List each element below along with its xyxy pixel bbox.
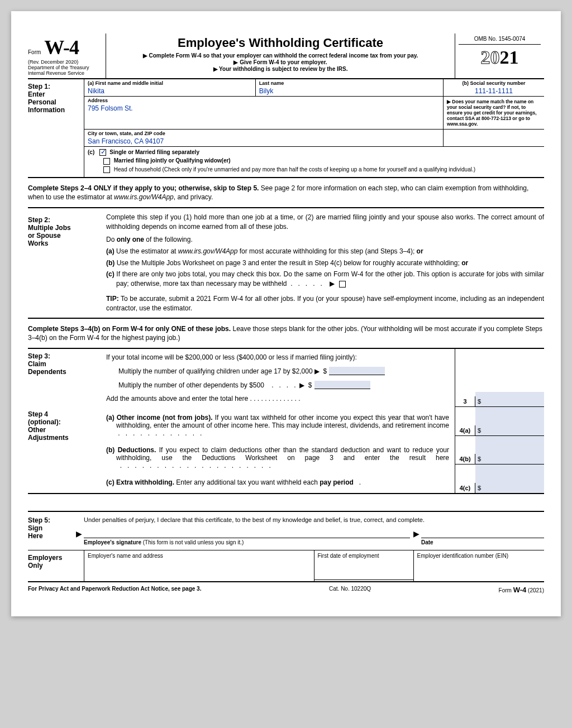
header-center: Employee's Withholding Certificate ▶ Com… bbox=[106, 33, 455, 78]
filing-hoh-label: Head of household (Check only if you're … bbox=[114, 166, 475, 173]
last-name-value: Bilyk bbox=[259, 86, 440, 95]
form-label: Form bbox=[28, 49, 41, 55]
employers-label: Employers Only bbox=[28, 550, 84, 581]
step3-qualifying-children: Multiply the number of qualifying childr… bbox=[118, 367, 449, 375]
ssn-name-note: ▶ Does your name match the name on your … bbox=[444, 97, 544, 129]
inst3: ▶ Your withholding is subject to review … bbox=[109, 66, 451, 72]
ssn-value: 111-11-1111 bbox=[447, 86, 541, 95]
inst2: ▶ Give Form W-4 to your employer. bbox=[109, 59, 451, 65]
box-3-label: 3 bbox=[455, 396, 475, 406]
checkbox-married-joint[interactable] bbox=[103, 158, 110, 165]
first-name-value: Nikita bbox=[88, 86, 252, 95]
step5-label: Step 5: Sign Here bbox=[28, 516, 84, 545]
step1-label: Step 1: Enter Personal Information bbox=[28, 79, 84, 177]
intro-steps-3-4b: Complete Steps 3–4(b) on Form W-4 for on… bbox=[28, 324, 544, 342]
step2-content: Complete this step if you (1) hold more … bbox=[106, 213, 544, 313]
signature-arrow-icon: ▶ bbox=[76, 529, 82, 538]
header-right: OMB No. 1545-0074 2021 bbox=[455, 33, 544, 78]
city-field[interactable]: City or town, state, and ZIP code San Fr… bbox=[84, 130, 444, 146]
first-date-employment-field[interactable]: First date of employment bbox=[314, 550, 413, 581]
employers-block: Employers Only Employer's name and addre… bbox=[28, 550, 544, 582]
step2-label: Step 2: Multiple Jobs or Spouse Works bbox=[28, 213, 106, 313]
footer-form-id: Form W-4 (2021) bbox=[499, 586, 544, 594]
address-field[interactable]: Address 795 Folsom St. bbox=[84, 97, 444, 129]
step3-total: Add the amounts above and enter the tota… bbox=[106, 395, 449, 403]
header-instructions: ▶ Complete Form W-4 so that your employe… bbox=[109, 52, 451, 72]
box-3-input[interactable]: $ bbox=[475, 392, 544, 406]
children-amount-input[interactable] bbox=[329, 367, 385, 375]
tax-year: 2021 bbox=[459, 47, 541, 68]
footer-cat-no: Cat. No. 10220Q bbox=[329, 586, 371, 594]
ein-field[interactable]: Employer identification number (EIN) bbox=[413, 550, 544, 581]
step5-sign-block: Step 5: Sign Here Under penalties of per… bbox=[28, 511, 544, 550]
step3-other-dependents: Multiply the number of other dependents … bbox=[118, 381, 449, 389]
city-value: San Francisco, CA 94107 bbox=[88, 136, 440, 145]
step2-option-b: (b) Use the Multiple Jobs Worksheet on p… bbox=[106, 258, 544, 268]
step1-block: Step 1: Enter Personal Information (a) F… bbox=[28, 79, 544, 178]
filing-status-block: (c) Single or Married filing separately … bbox=[84, 147, 479, 177]
header-left: Form W-4 (Rev. December 2020) Department… bbox=[28, 33, 106, 78]
department: Department of the Treasury bbox=[28, 65, 102, 70]
inst1: ▶ Complete Form W-4 so that your employe… bbox=[109, 52, 451, 59]
ssn-field[interactable]: (b) Social security number 111-11-1111 bbox=[444, 79, 544, 96]
revision: (Rev. December 2020) bbox=[28, 59, 102, 65]
filing-single-label: Single or Married filing separately bbox=[109, 149, 199, 155]
step4-b: (b) Deductions. If you expect to claim d… bbox=[106, 446, 449, 470]
checkbox-single[interactable] bbox=[99, 149, 106, 156]
omb-number: OMB No. 1545-0074 bbox=[459, 36, 541, 45]
form-title: Employee's Withholding Certificate bbox=[109, 36, 451, 50]
step4-right-boxes: 4(a) $ 4(b) $ 4(c) $ bbox=[455, 407, 544, 493]
step4-content: (a) Other income (not from jobs). If you… bbox=[106, 407, 455, 493]
step3-right-boxes: 3 $ bbox=[455, 349, 544, 407]
filing-married-label: Married filing jointly or Qualifying wid… bbox=[114, 157, 231, 164]
step2-block: Step 2: Multiple Jobs or Spouse Works Co… bbox=[28, 208, 544, 318]
perjury-declaration: Under penalties of perjury, I declare th… bbox=[84, 516, 544, 523]
intro-steps-2-4: Complete Steps 2–4 ONLY if they apply to… bbox=[28, 184, 544, 202]
w4-form-page: Form W-4 (Rev. December 2020) Department… bbox=[11, 11, 561, 616]
step4-label: Step 4 (optional): Other Adjustments bbox=[28, 407, 106, 493]
box-4c-input[interactable]: $ bbox=[475, 464, 544, 493]
employer-name-field[interactable]: Employer's name and address bbox=[84, 550, 314, 581]
date-field[interactable]: ▶ Date bbox=[421, 538, 544, 545]
dependents-amount-input[interactable] bbox=[314, 381, 370, 389]
step2-option-c: (c) If there are only two jobs total, yo… bbox=[106, 270, 544, 289]
date-arrow-icon: ▶ bbox=[413, 529, 420, 538]
step3-4-block: Step 3: Claim Dependents If your total i… bbox=[28, 349, 544, 494]
form-header: Form W-4 (Rev. December 2020) Department… bbox=[28, 33, 544, 79]
checkbox-two-jobs[interactable] bbox=[339, 281, 346, 288]
form-name: W-4 bbox=[44, 36, 79, 59]
footer-left: For Privacy Act and Paperwork Reduction … bbox=[28, 586, 201, 592]
first-name-field[interactable]: (a) First name and middle initial Nikita bbox=[84, 79, 256, 96]
step4-c: (c) Extra withholding. Enter any additio… bbox=[106, 478, 449, 486]
step4-a: (a) Other income (not from jobs). If you… bbox=[106, 414, 449, 437]
address-value: 795 Folsom St. bbox=[88, 103, 440, 112]
checkbox-head-household[interactable] bbox=[103, 166, 110, 173]
box-4c-label: 4(c) bbox=[455, 483, 475, 493]
box-4b-input[interactable]: $ bbox=[475, 436, 544, 464]
page-footer: For Privacy Act and Paperwork Reduction … bbox=[28, 586, 544, 594]
step3-content: If your total income will be $200,000 or… bbox=[106, 349, 455, 407]
step3-label: Step 3: Claim Dependents bbox=[28, 349, 106, 407]
irs: Internal Revenue Service bbox=[28, 70, 102, 76]
box-4a-input[interactable]: $ bbox=[475, 407, 544, 435]
signature-field[interactable]: ▶ Employee's signature (This form is not… bbox=[84, 538, 410, 545]
box-4a-label: 4(a) bbox=[455, 425, 475, 435]
last-name-field[interactable]: Last name Bilyk bbox=[256, 79, 444, 96]
box-4b-label: 4(b) bbox=[455, 454, 475, 464]
